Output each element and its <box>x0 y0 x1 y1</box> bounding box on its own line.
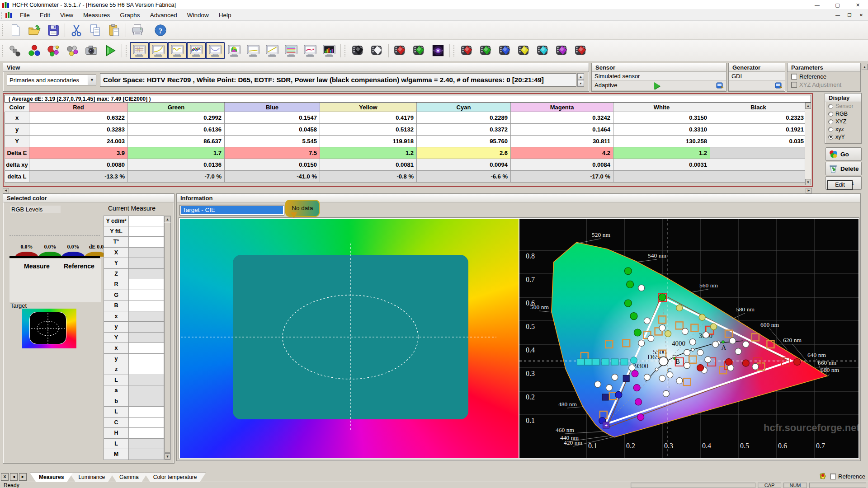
measure-cell[interactable]: 0.4179 <box>320 112 417 124</box>
measure-cell[interactable]: 0.1547 <box>225 112 320 124</box>
measure-cell[interactable]: 5.545 <box>225 136 320 147</box>
measure-cell[interactable]: -41.0 % <box>225 171 320 183</box>
menu-help[interactable]: Help <box>214 10 236 21</box>
menu-edit[interactable]: Edit <box>35 10 55 21</box>
view-luminance-curve-icon[interactable] <box>206 42 225 59</box>
measure-cell[interactable]: -17.0 % <box>511 171 613 183</box>
scroll-up-icon[interactable]: ▲ <box>165 216 170 222</box>
menu-window[interactable]: Window <box>182 10 214 21</box>
mdi-restore-button[interactable]: ❐ <box>844 11 854 19</box>
measure-cell[interactable]: 0.2323 <box>710 112 807 124</box>
measure-cell[interactable]: 0.0136 <box>128 159 225 171</box>
measure-cell[interactable]: 1.2 <box>613 147 710 159</box>
film-red-green-alt-icon[interactable] <box>410 42 429 59</box>
information-view-selector[interactable]: Target - CIE <box>179 205 284 216</box>
tab-color-temperature[interactable]: Color temperature <box>144 473 206 482</box>
menu-graphs[interactable]: Graphs <box>115 10 145 21</box>
display-radio-xyz[interactable]: XYZ <box>825 117 861 125</box>
cut-icon[interactable] <box>67 22 86 39</box>
display-radio-rgb[interactable]: RGB <box>825 110 861 117</box>
measure-cell[interactable]: 1.7 <box>128 147 225 159</box>
measure-cell[interactable]: -6.6 % <box>417 171 511 183</box>
save-file-icon[interactable] <box>44 22 63 39</box>
radio-icon[interactable] <box>828 135 833 140</box>
scroll-up-icon[interactable]: ▲ <box>862 64 868 70</box>
measure-cell[interactable]: 0.0458 <box>225 124 320 136</box>
dual-spheres-icon[interactable] <box>63 42 82 59</box>
film-blue-icon[interactable] <box>495 42 514 59</box>
measure-cell[interactable]: 0.3372 <box>417 124 511 136</box>
measures-table[interactable]: ColorRedGreenBlueYellowCyanMagentaWhiteB… <box>5 103 807 183</box>
column-header-red[interactable]: Red <box>29 103 128 112</box>
measure-cell[interactable] <box>710 171 807 183</box>
column-header-blue[interactable]: Blue <box>225 103 320 112</box>
view-gamma-curve-icon[interactable] <box>149 42 168 59</box>
measure-cell[interactable]: 1.2 <box>320 147 417 159</box>
scroll-left-icon[interactable]: ◄ <box>3 188 9 193</box>
paste-icon[interactable] <box>105 22 124 39</box>
measure-cell[interactable]: 30.811 <box>511 136 613 147</box>
measure-cell[interactable] <box>710 159 807 171</box>
sensor-spheres-icon[interactable] <box>6 42 25 59</box>
measure-cell[interactable]: 0.3310 <box>613 124 710 136</box>
table-vertical-scrollbar[interactable]: ▲ ▼ <box>805 103 811 185</box>
reference-checkbox[interactable]: Reference <box>788 72 860 80</box>
measure-cell[interactable]: 0.1921 <box>710 124 807 136</box>
sensor-run-play-icon[interactable] <box>654 82 660 89</box>
film-red-icon[interactable] <box>458 42 476 59</box>
open-file-icon[interactable] <box>25 22 44 39</box>
column-header-magenta[interactable]: Magenta <box>511 103 613 112</box>
info-spinner[interactable]: ▲▼ <box>577 73 584 87</box>
view-multi-lines-icon[interactable] <box>282 42 301 59</box>
tab-prev-button[interactable]: ◄ <box>10 473 18 481</box>
rgb-spheres-icon[interactable] <box>25 42 44 59</box>
checkbox-icon[interactable] <box>830 474 836 479</box>
snapshot-camera-icon[interactable] <box>82 42 101 59</box>
column-header-white[interactable]: White <box>613 103 710 112</box>
radio-icon[interactable] <box>828 127 833 132</box>
edit-button[interactable]: Edit <box>827 180 853 190</box>
menu-measures[interactable]: Measures <box>78 10 115 21</box>
measure-cell[interactable]: 0.0080 <box>29 159 128 171</box>
print-icon[interactable] <box>128 22 147 39</box>
measure-cell[interactable]: -7.0 % <box>128 171 225 183</box>
film-cyan-icon[interactable] <box>533 42 552 59</box>
measure-cell[interactable]: 2.6 <box>417 147 511 159</box>
menu-advanced[interactable]: Advanced <box>145 10 182 21</box>
measure-cell[interactable]: 0.6136 <box>128 124 225 136</box>
measure-cell[interactable]: 0.0084 <box>511 159 613 171</box>
table-horizontal-scrollbar[interactable]: ◄ ► <box>3 188 813 193</box>
film-black-icon[interactable] <box>349 42 368 59</box>
measure-cell[interactable]: 0.3150 <box>613 112 710 124</box>
radio-icon[interactable] <box>828 119 833 124</box>
reference-toggle[interactable]: Reference <box>830 473 865 480</box>
view-color-shift-icon[interactable] <box>301 42 320 59</box>
view-line-flat-icon[interactable] <box>244 42 263 59</box>
measure-cell[interactable] <box>613 171 710 183</box>
measure-cell[interactable]: 0.035 <box>710 136 807 147</box>
color-spheres-icon[interactable] <box>44 42 63 59</box>
delete-button[interactable]: Delete <box>826 162 862 175</box>
scroll-down-icon[interactable]: ▼ <box>805 179 811 185</box>
tab-gamma[interactable]: Gamma <box>110 473 148 482</box>
view-measures-grid-icon[interactable] <box>130 42 149 59</box>
column-header-black[interactable]: Black <box>710 103 807 112</box>
measure-cell[interactable]: 0.6322 <box>29 112 128 124</box>
close-button[interactable]: ✕ <box>848 0 868 10</box>
menu-file[interactable]: File <box>15 10 35 21</box>
measure-cell[interactable]: 0.1464 <box>511 124 613 136</box>
new-file-icon[interactable] <box>6 22 25 39</box>
measure-cell[interactable]: 0.3283 <box>29 124 128 136</box>
view-rgb-levels-icon[interactable] <box>187 42 206 59</box>
current-measure-scrollbar[interactable]: ▲ ▼ <box>164 216 171 460</box>
measure-cell[interactable]: 0.0150 <box>225 159 320 171</box>
measure-cell[interactable]: 119.918 <box>320 136 417 147</box>
column-header-cyan[interactable]: Cyan <box>417 103 511 112</box>
tab-next-button[interactable]: ► <box>19 473 27 481</box>
generator-config-icon[interactable] <box>775 82 783 89</box>
measure-cell[interactable]: 95.760 <box>417 136 511 147</box>
display-radio-xyz[interactable]: xyz <box>825 125 861 133</box>
go-button[interactable]: Go <box>826 147 862 161</box>
film-primaries-icon[interactable] <box>571 42 590 59</box>
measure-cell[interactable]: 7.5 <box>225 147 320 159</box>
